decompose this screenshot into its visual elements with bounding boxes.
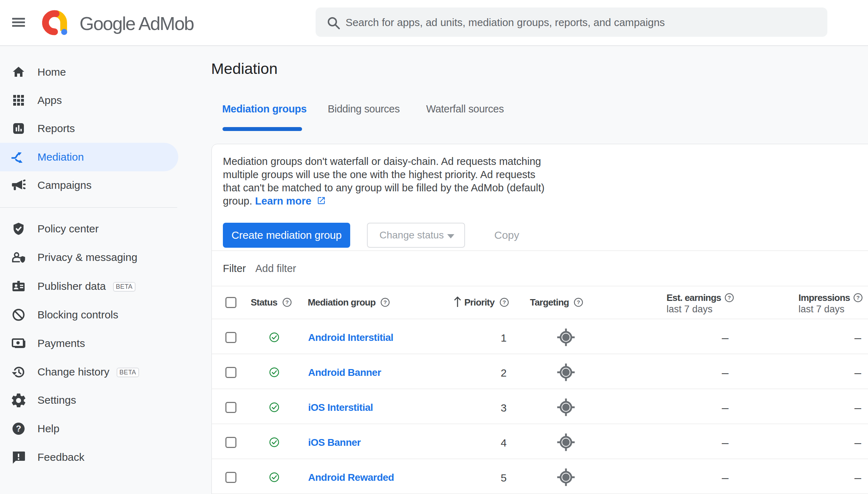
svg-text:?: ? xyxy=(16,424,21,433)
svg-text:?: ? xyxy=(577,299,580,305)
svg-text:?: ? xyxy=(502,299,506,305)
svg-text:?: ? xyxy=(857,294,860,301)
svg-text:?: ? xyxy=(383,299,387,305)
svg-text:?: ? xyxy=(285,299,289,305)
svg-text:?: ? xyxy=(727,294,731,301)
